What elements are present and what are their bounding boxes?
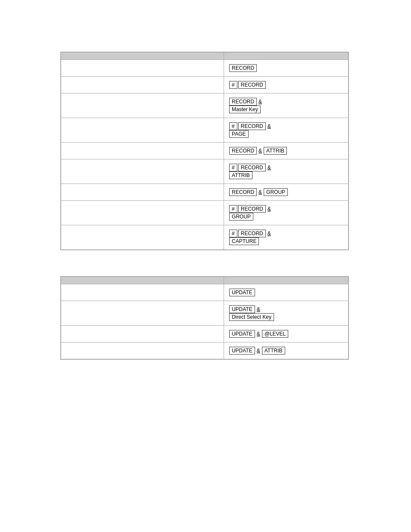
key-record: RECORD: [229, 188, 257, 196]
table2-row4-left: [61, 342, 224, 359]
table2-row1-left: [61, 284, 224, 301]
key-page: PAGE: [229, 130, 248, 138]
table1-row5-right: RECORD & ATTRIB: [224, 143, 349, 159]
table1-row3-right: RECORD & Master Key: [224, 93, 349, 118]
key-record: RECORD: [238, 122, 266, 130]
key-hash: #: [229, 164, 237, 171]
table1-row2-right: # RECORD: [224, 77, 349, 93]
table2-row1-right: UPDATE: [224, 284, 348, 301]
table1-row8-left: [61, 201, 224, 225]
key-record: RECORD: [229, 98, 257, 106]
table1-col2-header: [224, 53, 349, 60]
table-row: # RECORD & PAGE: [61, 118, 349, 143]
table2-col2-header: [224, 277, 348, 284]
table2-container: UPDATE UPDATE & Direct Select Key: [60, 276, 349, 360]
amp-symbol: &: [258, 99, 262, 105]
key-record: RECORD: [238, 164, 266, 171]
key-record: RECORD: [238, 81, 266, 89]
key-update: UPDATE: [229, 330, 255, 338]
key-record: RECORD: [229, 147, 257, 155]
key-direct-select: Direct Select Key: [229, 313, 274, 321]
table-row: # RECORD & ATTRIB: [61, 159, 349, 184]
key-record: RECORD: [238, 230, 266, 237]
table1-row6-right: # RECORD & ATTRIB: [224, 159, 349, 184]
table-row: RECORD: [61, 60, 349, 77]
key-hash: #: [229, 81, 237, 89]
key-hash: #: [229, 122, 237, 130]
table1-row3-left: [61, 93, 224, 118]
key-update: UPDATE: [229, 347, 255, 355]
amp-symbol: &: [257, 306, 260, 312]
amp-symbol: &: [268, 206, 271, 212]
table-row: RECORD & ATTRIB: [61, 143, 349, 159]
key-group: GROUP: [264, 188, 288, 196]
table1-row4-right: # RECORD & PAGE: [224, 118, 349, 143]
table1-row7-left: [61, 184, 224, 201]
key-capture: CAPTURE: [229, 237, 259, 245]
key-update: UPDATE: [229, 289, 255, 296]
table1-col1-header: [61, 53, 224, 60]
key-masterkey: Master Key: [229, 106, 261, 113]
table1-row2-left: [61, 77, 224, 93]
table2: UPDATE UPDATE & Direct Select Key: [61, 277, 349, 359]
amp-symbol: &: [257, 348, 260, 354]
amp-symbol: &: [258, 148, 262, 154]
table-row: # RECORD & CAPTURE: [61, 225, 349, 250]
table-row: UPDATE & ATTRIB: [61, 342, 349, 359]
key-record: RECORD: [238, 205, 266, 213]
table-row: UPDATE & Direct Select Key: [61, 301, 349, 326]
table-row: RECORD & GROUP: [61, 184, 349, 201]
amp-symbol: &: [268, 165, 271, 171]
table1: RECORD # RECORD RECORD: [61, 52, 349, 250]
key-attrib: ATTRIB: [229, 171, 252, 179]
table1-row7-right: RECORD & GROUP: [224, 184, 349, 201]
key-record: RECORD: [229, 64, 257, 72]
table1-row9-left: [61, 225, 224, 250]
table-row: # RECORD: [61, 77, 349, 93]
table1-row1-left: [61, 60, 224, 77]
table-row: UPDATE & @LEVEL: [61, 326, 349, 342]
table1-row6-left: [61, 159, 224, 184]
key-hash: #: [229, 205, 237, 213]
table-row: RECORD & Master Key: [61, 93, 349, 118]
key-attrib: ATTRIB: [262, 347, 285, 355]
key-update: UPDATE: [229, 305, 255, 313]
key-atlevel: @LEVEL: [262, 330, 289, 338]
key-attrib: ATTRIB: [264, 147, 287, 155]
table2-row4-right: UPDATE & ATTRIB: [224, 342, 348, 359]
table2-row3-right: UPDATE & @LEVEL: [224, 326, 348, 342]
table1-row9-right: # RECORD & CAPTURE: [224, 225, 349, 250]
table-row: # RECORD & GROUP: [61, 201, 349, 225]
table1-row4-left: [61, 118, 224, 143]
table2-row3-left: [61, 326, 224, 342]
table1-row8-right: # RECORD & GROUP: [224, 201, 349, 225]
amp-symbol: &: [268, 230, 271, 236]
key-hash: #: [229, 230, 237, 237]
table1-container: RECORD # RECORD RECORD: [60, 52, 349, 250]
table2-row2-right: UPDATE & Direct Select Key: [224, 301, 348, 326]
amp-symbol: &: [257, 331, 260, 337]
amp-symbol: &: [268, 123, 271, 129]
table1-row1-right: RECORD: [224, 60, 349, 77]
table-row: UPDATE: [61, 284, 349, 301]
amp-symbol: &: [258, 189, 262, 195]
key-group: GROUP: [229, 213, 253, 221]
table2-col1-header: [61, 277, 224, 284]
table2-row2-left: [61, 301, 224, 326]
table1-row5-left: [61, 143, 224, 159]
